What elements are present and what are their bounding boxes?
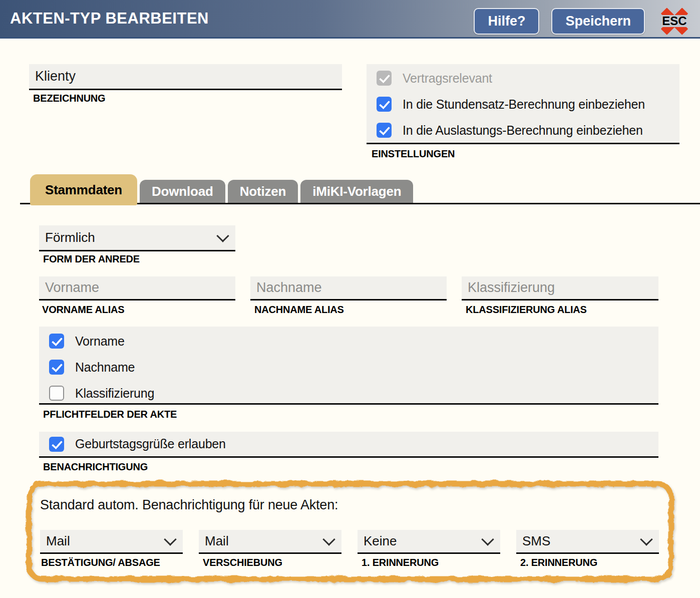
- checkbox-pflicht-nachname[interactable]: [49, 360, 64, 375]
- setting-row[interactable]: In die Auslastungs-Berechnung einbeziehe…: [377, 123, 679, 138]
- nachname-alias-input[interactable]: [250, 276, 447, 301]
- klassifizierung-alias-input[interactable]: [462, 276, 658, 301]
- checkbox-label: In die Auslastungs-Berechnung einbeziehe…: [403, 123, 643, 138]
- akten-typ-edit-dialog: AKTEN-TYP BEARBEITEN Hilfe? Speichern ES…: [0, 0, 700, 598]
- bezeichnung-field-wrap: [29, 64, 342, 90]
- tab-notizen[interactable]: Notizen: [228, 180, 298, 203]
- tab-download[interactable]: Download: [140, 180, 225, 203]
- checkbox-label: Vorname: [75, 334, 125, 349]
- header-actions: Hilfe? Speichern ESC: [474, 6, 692, 37]
- checkbox-label: Nachname: [75, 360, 135, 375]
- erinnerung2-select[interactable]: SMS: [516, 530, 659, 554]
- vorname-alias-input[interactable]: [39, 276, 235, 301]
- anrede-select[interactable]: Förmlich: [39, 225, 235, 251]
- checkbox-label: Geburtstagsgrüße erlauben: [75, 437, 226, 451]
- tab-bar: Stammdaten Download Notizen iMiKI-Vorlag…: [20, 174, 700, 204]
- klassifizierung-alias-wrap: [462, 276, 658, 301]
- nachname-alias-label: NACHNAME ALIAS: [254, 304, 344, 316]
- select-value: Mail: [205, 533, 229, 549]
- erinnerung2-label: 2. ERINNERUNG: [520, 557, 597, 568]
- select-value: Mail: [46, 533, 70, 549]
- checkbox-pflicht-klassifizierung[interactable]: [49, 386, 64, 401]
- esc-label: ESC: [661, 15, 687, 27]
- chevron-down-icon: [481, 533, 494, 545]
- einstellungen-label: EINSTELLUNGEN: [372, 148, 455, 160]
- nachname-alias-wrap: [250, 276, 447, 301]
- auto-benachrichtigung-heading: Standard autom. Benachrichtigung für neu…: [40, 497, 338, 513]
- checkbox-label: In die Stundensatz-Berechnung einbeziehe…: [403, 97, 645, 112]
- checkbox-label: Vertragsrelevant: [403, 71, 492, 86]
- einstellungen-box: Vertragsrelevant In die Stundensatz-Bere…: [367, 64, 679, 144]
- help-button[interactable]: Hilfe?: [474, 8, 539, 35]
- dialog-header: AKTEN-TYP BEARBEITEN Hilfe? Speichern ES…: [0, 0, 700, 39]
- chevron-down-icon: [216, 229, 229, 242]
- tab-stammdaten[interactable]: Stammdaten: [30, 174, 137, 205]
- pflichtfeld-row[interactable]: Klassifizierung: [49, 386, 658, 401]
- verschiebung-select[interactable]: Mail: [199, 530, 341, 554]
- checkbox-stundensatz[interactable]: [377, 97, 392, 112]
- anrede-label: FORM DER ANREDE: [43, 253, 140, 265]
- close-esc-button[interactable]: ESC: [657, 6, 692, 37]
- erinnerung1-select[interactable]: Keine: [358, 530, 500, 554]
- tab-imiki-vorlagen[interactable]: iMiKI-Vorlagen: [300, 180, 413, 203]
- bezeichnung-label: BEZEICHNUNG: [33, 93, 105, 104]
- bezeichnung-input[interactable]: [29, 64, 342, 90]
- vorname-alias-wrap: [39, 276, 235, 301]
- benachrichtigung-label: BENACHRICHTIGUNG: [43, 461, 148, 473]
- pflichtfelder-label: PFLICHTFELDER DER AKTE: [43, 409, 177, 420]
- checkbox-pflicht-vorname[interactable]: [49, 334, 64, 349]
- vorname-alias-label: VORNAME ALIAS: [42, 304, 124, 316]
- checkbox-auslastung[interactable]: [377, 123, 392, 138]
- klassifizierung-alias-label: KLASSIFIZIERUNG ALIAS: [466, 304, 587, 316]
- save-button[interactable]: Speichern: [551, 8, 645, 35]
- verschiebung-label: VERSCHIEBUNG: [203, 557, 282, 568]
- pflichtfeld-row[interactable]: Nachname: [49, 360, 658, 375]
- chevron-down-icon: [640, 533, 652, 545]
- select-value: Keine: [364, 533, 397, 549]
- checkbox-vertragsrelevant: [377, 71, 392, 86]
- select-value: Förmlich: [45, 230, 95, 245]
- pflichtfelder-box: Vorname Nachname Klassifizierung: [39, 327, 658, 405]
- geburtstag-row[interactable]: Geburtstagsgrüße erlauben: [49, 437, 226, 452]
- checkbox-label: Klassifizierung: [75, 386, 154, 401]
- pflichtfeld-row[interactable]: Vorname: [49, 334, 658, 349]
- erinnerung1-label: 1. ERINNERUNG: [362, 557, 439, 568]
- select-value: SMS: [522, 533, 550, 549]
- bestaetigung-select[interactable]: Mail: [40, 530, 183, 554]
- chevron-down-icon: [164, 533, 176, 545]
- benachrichtigung-box: Geburtstagsgrüße erlauben: [39, 432, 658, 458]
- chevron-down-icon: [322, 533, 335, 545]
- setting-row[interactable]: In die Stundensatz-Berechnung einbeziehe…: [377, 97, 679, 112]
- checkbox-geburtstagsgruesse[interactable]: [49, 437, 64, 452]
- bestaetigung-label: BESTÄTIGUNG/ ABSAGE: [41, 557, 160, 568]
- setting-row: Vertragsrelevant: [377, 71, 679, 86]
- page-title: AKTEN-TYP BEARBEITEN: [10, 10, 209, 28]
